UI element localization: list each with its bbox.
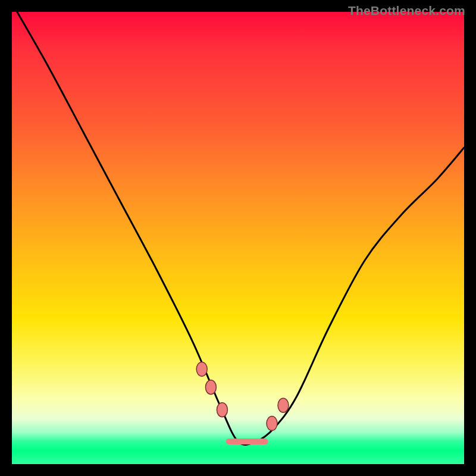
curve-layer bbox=[12, 12, 464, 464]
left-shoulder-upper-marker bbox=[196, 362, 207, 376]
curve-markers bbox=[196, 362, 289, 430]
right-shoulder-marker bbox=[278, 398, 289, 412]
plot-area bbox=[12, 12, 464, 464]
bottleneck-curve bbox=[12, 12, 464, 444]
left-shoulder-lower-marker bbox=[205, 380, 216, 394]
watermark-text: TheBottleneck.com bbox=[348, 4, 465, 18]
right-knee-marker bbox=[267, 416, 277, 431]
left-knee-marker bbox=[217, 403, 227, 417]
chart-frame: TheBottleneck.com bbox=[0, 0, 476, 476]
